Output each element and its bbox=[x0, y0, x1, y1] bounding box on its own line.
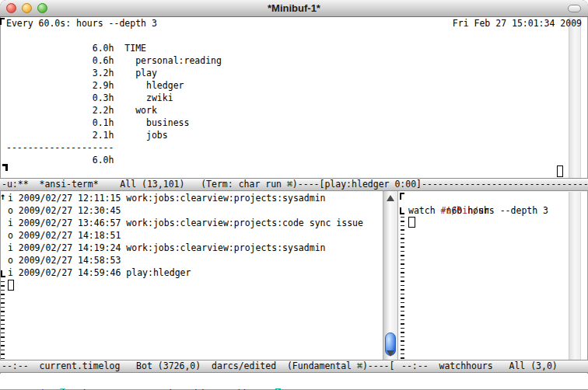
emacs-window: *Minibuf-1* Every 60.0s: hours --depth 3… bbox=[0, 0, 588, 390]
script-command-line: watch -n60 hours --depth 3 bbox=[408, 204, 568, 217]
timelog-entry: i 2009/02/27 12:11:15 work:jobs:clearvie… bbox=[0, 192, 376, 204]
report-line: 2.9h hledger bbox=[0, 79, 588, 92]
cursor bbox=[8, 280, 14, 291]
scroll-down-arrow-icon[interactable] bbox=[387, 350, 394, 357]
script-scrollbar-track[interactable] bbox=[569, 192, 581, 360]
timelog-scrollbar[interactable] bbox=[383, 191, 398, 360]
empty-line-indicator bbox=[401, 217, 404, 359]
blank-line bbox=[0, 30, 588, 42]
minibuffer[interactable]: Redo: (ansi-term "/Users/simon/bin/watch… bbox=[0, 374, 588, 389]
modeline-ansi-term: -u:** *ansi-term* All (13,101) (Term: ch… bbox=[0, 178, 588, 191]
report-line: 0.6h personal:reading bbox=[0, 54, 588, 67]
buffer-top-indicator-icon bbox=[0, 18, 5, 25]
report-line: 2.2h work bbox=[0, 104, 588, 117]
toolbar-pill-icon[interactable] bbox=[568, 5, 581, 12]
report-separator-line: -------------------- bbox=[0, 141, 588, 154]
timelog-entry: o 2009/02/27 12:30:45 bbox=[0, 204, 376, 217]
report-line: 2.1h jobs bbox=[0, 129, 588, 141]
buffer-end-indicator-icon bbox=[2, 164, 8, 171]
watch-date-text: Fri Feb 27 15:01:34 2009 bbox=[453, 17, 582, 30]
window-controls bbox=[6, 3, 47, 13]
timelog-entry: o 2009/02/27 14:18:51 bbox=[0, 229, 376, 242]
scroll-above-indicator-icon: ↑ bbox=[0, 193, 5, 200]
empty-line-indicator bbox=[1, 281, 5, 359]
minimize-icon[interactable] bbox=[22, 3, 32, 13]
cursor bbox=[408, 217, 415, 228]
timelog-entry: i 2009/02/27 14:19:24 work:jobs:clearvie… bbox=[0, 242, 376, 254]
buffer-top-indicator-icon bbox=[400, 193, 404, 200]
scroll-up-arrow-icon[interactable] bbox=[387, 195, 394, 201]
titlebar[interactable]: *Minibuf-1* bbox=[0, 0, 588, 17]
watch-interval-text: Every 60.0s: hours --depth 3 bbox=[6, 17, 157, 30]
window-title: *Minibuf-1* bbox=[268, 2, 320, 14]
timelog-entry: i 2009/02/27 13:46:57 work:jobs:clearvie… bbox=[0, 217, 376, 229]
report-line: 3.2h play bbox=[0, 67, 588, 79]
modeline-watchhours: --:-- watchhours All (3,0) bbox=[400, 360, 588, 373]
terminal-cursor bbox=[557, 165, 563, 177]
buffer-end-indicator-icon bbox=[400, 207, 404, 214]
buffer-end-indicator-icon bbox=[1, 270, 5, 277]
report-total-line: 6.0h bbox=[0, 154, 588, 166]
report-line: 6.0h TIME bbox=[0, 42, 588, 54]
timelog-pane[interactable]: i 2009/02/27 12:11:15 work:jobs:clearvie… bbox=[0, 192, 376, 360]
script-pane[interactable]: #!/bin/sh watch -n60 hours --depth 3 bbox=[408, 192, 568, 360]
ansi-term-pane[interactable]: Every 60.0s: hours --depth 3 Fri Feb 27 … bbox=[0, 17, 588, 178]
report-line: 0.3h zwiki bbox=[0, 92, 588, 104]
close-icon[interactable] bbox=[6, 3, 16, 13]
timelog-entry: i 2009/02/27 14:59:46 play:hledger bbox=[0, 266, 376, 279]
timelog-entry: o 2009/02/27 14:58:53 bbox=[0, 254, 376, 266]
zoom-icon[interactable] bbox=[37, 3, 47, 13]
report-line: 0.1h business bbox=[0, 117, 588, 129]
modeline-timelog: --:-- current.timelog Bot (3726,0) darcs… bbox=[0, 360, 400, 373]
